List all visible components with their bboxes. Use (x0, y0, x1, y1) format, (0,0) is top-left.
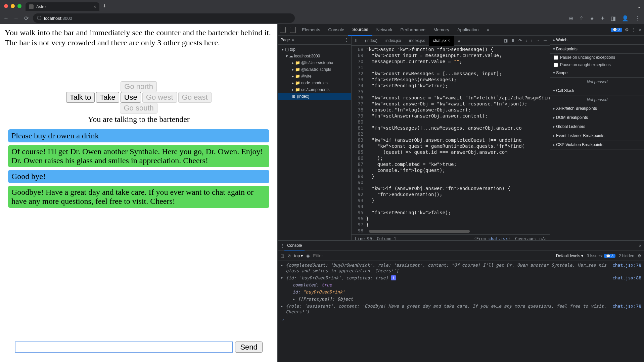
code-editor[interactable]: 6869707172737475767778798081828384858687… (352, 46, 550, 240)
console-body[interactable]: ▸ {completedQuest: 'buyDrOwenDrink', rol… (278, 261, 644, 362)
tree-file-index[interactable]: (index) (278, 93, 351, 100)
kebab-icon[interactable]: ⋮ (632, 27, 636, 32)
console-prompt[interactable]: › (279, 315, 643, 324)
csp-bp-section[interactable]: CSP Violation Breakpoints (550, 140, 644, 149)
issues-badge[interactable]: 3 (611, 28, 622, 32)
console-settings-icon[interactable]: ⚙ (638, 254, 641, 258)
file-tab[interactable]: index.jsx (381, 36, 405, 46)
tab-sources[interactable]: Sources (348, 24, 372, 36)
chevron-down-icon[interactable]: ⌄ (637, 3, 641, 9)
go-west-button[interactable]: Go west (142, 92, 177, 103)
tree-top[interactable]: top (278, 46, 351, 53)
breakpoints-section[interactable]: Breakpoints (550, 45, 644, 54)
step-into-icon[interactable]: ↓ (525, 38, 527, 43)
pause-caught-checkbox[interactable]: Pause on caught exceptions (550, 61, 644, 69)
info-badge-icon[interactable]: i (391, 275, 396, 280)
more-file-tabs-icon[interactable]: » (454, 36, 464, 46)
page-pane-label[interactable]: Page (280, 38, 290, 42)
issues-label[interactable]: 3 Issues: 3 (587, 254, 615, 258)
take-button[interactable]: Take (96, 92, 119, 103)
message-input[interactable] (15, 342, 233, 353)
log-levels-select[interactable]: Default levels ▾ (556, 254, 583, 258)
tab-console[interactable]: Console (324, 24, 348, 36)
dom-bp-section[interactable]: DOM Breakpoints (550, 113, 644, 122)
source-link[interactable]: chat.jsx:88 (610, 275, 641, 281)
file-tab-active[interactable]: chat.jsx × (429, 36, 454, 46)
tree-folder[interactable]: @id/astro:scripts (278, 66, 351, 73)
step-icon[interactable]: → (536, 38, 540, 43)
url-field[interactable]: ⓘ localhost:3000 (33, 13, 295, 23)
close-drawer-icon[interactable]: × (639, 243, 641, 248)
more-tabs-icon[interactable]: » (483, 24, 493, 36)
tree-folder[interactable]: @fs/Users/stepha (278, 59, 351, 66)
close-devtools-icon[interactable]: × (639, 27, 641, 32)
talk-to-button[interactable]: Talk to (66, 92, 95, 103)
tree-folder[interactable]: @vite (278, 73, 351, 80)
source-link[interactable]: chat.jsx:78 (610, 303, 641, 315)
expand-icon[interactable]: ▸ (280, 262, 286, 274)
console-title[interactable]: Console (284, 240, 305, 251)
clear-console-icon[interactable]: ⊘ (287, 254, 291, 258)
deactivate-bp-icon[interactable]: ⭲ (543, 38, 547, 43)
inspect-icon[interactable] (280, 27, 286, 33)
pause-uncaught-checkbox[interactable]: Pause on uncaught exceptions (550, 54, 644, 61)
expand-icon[interactable]: ▸ (280, 303, 286, 315)
browser-tab[interactable]: Astro × (26, 2, 99, 11)
back-button[interactable]: ← (3, 15, 9, 21)
source-link[interactable]: chat.jsx:78 (610, 262, 641, 274)
event-bp-section[interactable]: Event Listener Breakpoints (550, 131, 644, 140)
tree-folder[interactable]: src/components (278, 86, 351, 93)
use-button[interactable]: Use (121, 92, 141, 103)
tab-performance[interactable]: Performance (397, 24, 429, 36)
new-tab-button[interactable]: + (103, 3, 106, 10)
live-expr-icon[interactable]: ◉ (306, 254, 310, 258)
zoom-icon[interactable]: ⊕ (567, 15, 574, 21)
sidepanel-icon[interactable]: ◨ (609, 15, 617, 21)
log-prototype[interactable]: ▸[[Prototype]]: Object (279, 296, 643, 303)
tab-network[interactable]: Network (372, 24, 397, 36)
horizontal-scrollbar[interactable] (369, 230, 470, 233)
more-panes-icon[interactable]: » (292, 38, 294, 42)
step-over-icon[interactable]: ↷ (518, 38, 522, 43)
toggle-navigator-icon[interactable]: ◫ (354, 38, 359, 43)
collapse-icon[interactable]: ▾ (280, 275, 286, 281)
file-tab[interactable]: (index) (361, 36, 381, 46)
step-out-icon[interactable]: ↑ (531, 38, 533, 43)
maximize-window-icon[interactable] (17, 4, 21, 8)
profile-icon[interactable]: 👤 (620, 15, 630, 21)
tab-application[interactable]: Application (453, 24, 483, 36)
watch-section[interactable]: Watch (550, 36, 644, 45)
window-controls (4, 4, 21, 8)
minimize-window-icon[interactable] (11, 4, 15, 8)
go-north-button[interactable]: Go north (121, 81, 157, 92)
tab-memory[interactable]: Memory (429, 24, 453, 36)
tab-elements[interactable]: Elements (298, 24, 324, 36)
go-south-button[interactable]: Go south (120, 103, 157, 114)
menu-icon[interactable]: ⋮ (633, 15, 641, 21)
pause-icon[interactable]: ⏸ (511, 38, 515, 43)
console-filter-input[interactable] (313, 253, 553, 258)
scope-section[interactable]: Scope (550, 69, 644, 78)
callstack-section[interactable]: Call Stack (550, 86, 644, 95)
extensions-icon[interactable]: ✦ (599, 15, 606, 21)
console-sidebar-icon[interactable]: ◫ (280, 254, 284, 258)
device-toggle-icon[interactable] (290, 27, 296, 33)
go-east-button[interactable]: Go east (178, 92, 212, 103)
site-info-icon[interactable]: ⓘ (37, 15, 41, 21)
send-button[interactable]: Send (235, 342, 262, 353)
reload-button[interactable]: ⟳ (23, 15, 30, 21)
close-window-icon[interactable] (4, 4, 8, 8)
drawer-menu-icon[interactable]: ⋮ (280, 243, 284, 248)
tree-host[interactable]: localhost:3000 (278, 53, 351, 59)
navigator-menu-icon[interactable]: ⋮ (344, 38, 349, 42)
share-icon[interactable]: ⇧ (578, 15, 585, 21)
file-tab[interactable]: index.jsx (405, 36, 429, 46)
global-listeners-section[interactable]: Global Listeners (550, 122, 644, 131)
bookmark-icon[interactable]: ★ (588, 15, 596, 21)
close-tab-icon[interactable]: × (94, 4, 96, 9)
tree-folder[interactable]: node_modules (278, 80, 351, 86)
toggle-sidebar-icon[interactable]: ◨ (504, 38, 508, 43)
context-select[interactable]: top ▾ (294, 254, 303, 258)
xhr-bp-section[interactable]: XHR/fetch Breakpoints (550, 104, 644, 113)
settings-icon[interactable]: ⚙ (625, 27, 629, 32)
